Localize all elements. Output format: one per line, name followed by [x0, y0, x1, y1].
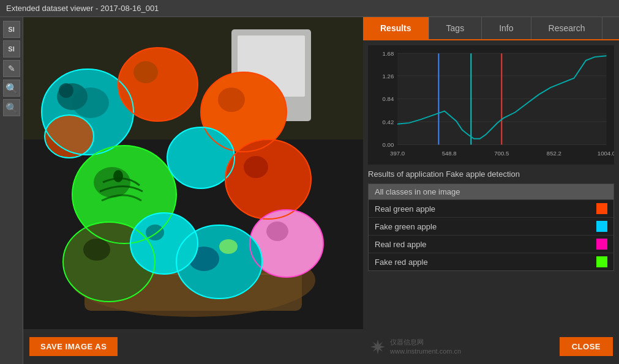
- zoom-out-icon: 🔍: [6, 102, 18, 114]
- tab-tags[interactable]: Tags: [429, 17, 482, 39]
- left-toolbar: SI SI ✎ 🔍 🔍: [0, 17, 23, 364]
- watermark-icon: [369, 338, 386, 355]
- close-button[interactable]: CLOSE: [560, 337, 613, 356]
- svg-point-11: [72, 87, 109, 118]
- toolbar-btn-zoom-in[interactable]: 🔍: [3, 80, 20, 97]
- results-section: Results of application Fake apple detect…: [363, 167, 619, 273]
- svg-point-22: [244, 156, 268, 178]
- toolbar-btn-zoom-out[interactable]: 🔍: [3, 99, 20, 116]
- svg-text:852.2: 852.2: [547, 150, 561, 157]
- tabs: Results Tags Info Research: [363, 17, 619, 40]
- svg-text:0.42: 0.42: [383, 119, 394, 125]
- main-layout: SI SI ✎ 🔍 🔍: [0, 17, 619, 364]
- class-label-fake-green: Fake green apple: [375, 222, 437, 231]
- svg-point-24: [266, 221, 288, 241]
- svg-text:1004.0: 1004.0: [598, 150, 614, 157]
- class-label-real-green: Real green apple: [375, 204, 435, 214]
- svg-text:548.8: 548.8: [442, 150, 457, 157]
- class-row-fake-green[interactable]: Fake green apple: [369, 218, 613, 236]
- svg-text:700.5: 700.5: [494, 150, 509, 157]
- classes-list: All classes in one image Real green appl…: [368, 184, 614, 271]
- svg-text:0.00: 0.00: [383, 141, 394, 148]
- svg-point-19: [113, 170, 123, 182]
- svg-point-18: [94, 167, 130, 198]
- edit-icon: ✎: [8, 64, 15, 73]
- class-row-real-green[interactable]: Real green apple: [369, 200, 613, 218]
- class-row-all[interactable]: All classes in one image: [369, 184, 613, 200]
- toolbar-btn-si2[interactable]: SI: [3, 40, 20, 58]
- title-bar: Extended dataset viewer - 2017-08-16_001: [0, 0, 619, 17]
- svg-point-16: [218, 87, 245, 112]
- window-title: Extended dataset viewer - 2017-08-16_001: [6, 4, 159, 13]
- tab-info[interactable]: Info: [482, 17, 531, 39]
- toolbar-btn-edit[interactable]: ✎: [3, 60, 20, 77]
- svg-point-29: [83, 239, 110, 261]
- chart-svg: 1.68 1.26 0.84 0.42 0.00 397.0 548.8 700…: [368, 45, 614, 165]
- image-canvas: [23, 17, 363, 329]
- si2-icon: SI: [8, 45, 14, 53]
- svg-text:1.68: 1.68: [383, 50, 394, 57]
- color-swatch-fake-red: [596, 256, 607, 267]
- zoom-in-icon: 🔍: [6, 83, 18, 94]
- class-label-real-red: Real red apple: [375, 240, 427, 249]
- svg-marker-65: [370, 340, 385, 354]
- svg-point-14: [133, 61, 158, 83]
- class-row-real-red[interactable]: Real red apple: [369, 236, 613, 253]
- results-title: Results of application Fake apple detect…: [368, 169, 614, 179]
- color-swatch-real-green: [596, 203, 607, 214]
- chart-area: 1.68 1.26 0.84 0.42 0.00 397.0 548.8 700…: [368, 45, 614, 165]
- class-label-fake-red: Fake red apple: [375, 258, 428, 267]
- svg-text:397.0: 397.0: [390, 150, 405, 157]
- watermark: 仪器信息网 www.instrument.com.cn: [369, 338, 461, 355]
- svg-text:1.26: 1.26: [383, 73, 394, 80]
- toolbar-btn-si1[interactable]: SI: [3, 21, 20, 38]
- class-row-fake-red[interactable]: Fake red apple: [369, 253, 613, 270]
- right-panel: Results Tags Info Research: [363, 17, 619, 364]
- watermark-text: 仪器信息网 www.instrument.com.cn: [390, 338, 461, 355]
- svg-point-12: [59, 83, 73, 98]
- si1-icon: SI: [8, 26, 14, 33]
- color-swatch-fake-green: [596, 221, 607, 232]
- svg-text:0.84: 0.84: [383, 95, 394, 102]
- color-swatch-real-red: [596, 239, 607, 250]
- fruit-image: [23, 17, 363, 329]
- class-label-all: All classes in one image: [375, 187, 460, 196]
- image-panel: SAVE IMAGE AS: [23, 17, 363, 364]
- save-image-button[interactable]: SAVE IMAGE AS: [29, 337, 118, 356]
- tab-results[interactable]: Results: [363, 17, 429, 39]
- svg-point-27: [219, 239, 238, 254]
- tab-research[interactable]: Research: [531, 17, 603, 39]
